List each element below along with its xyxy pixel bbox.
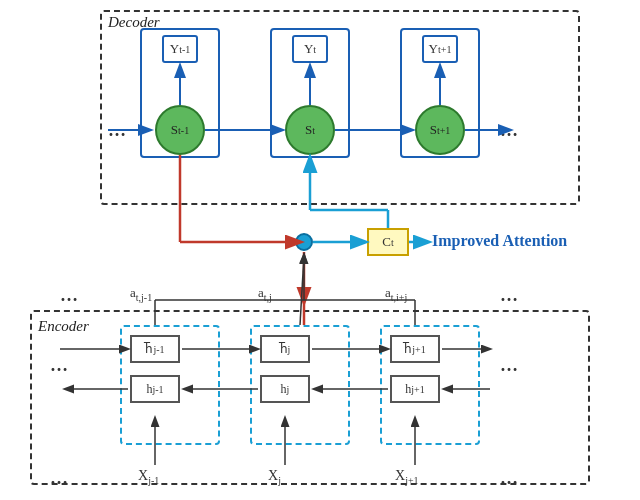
dots-encoder-left: …: [50, 355, 68, 376]
dots-x-left: …: [50, 468, 68, 489]
att-label-j: at,j: [258, 285, 272, 303]
h-backward-j-minus1: hj-1: [130, 375, 180, 403]
attention-dot: [295, 233, 313, 251]
ct-box: Ct: [367, 228, 409, 256]
h-forward-j-minus1: h̅j-1: [130, 335, 180, 363]
x-j-minus1-label: Xj-1: [138, 468, 159, 486]
improved-attention-label: Improved Attention: [432, 232, 567, 250]
att-label-j-plus1: at,i+j: [385, 285, 407, 303]
encoder-label: Encoder: [38, 318, 89, 335]
h-forward-j-plus1: h̅j+1: [390, 335, 440, 363]
x-j-label: Xj: [268, 468, 281, 486]
h-forward-j: h̅j: [260, 335, 310, 363]
s-t-minus1-circle: St-1: [155, 105, 205, 155]
att-label-j-minus1: at,j-1: [130, 285, 152, 303]
dots-att-left: …: [60, 285, 78, 306]
x-j-plus1-label: Xj+1: [395, 468, 419, 486]
h-backward-j-plus1: hj+1: [390, 375, 440, 403]
dots-att-right: …: [500, 285, 518, 306]
diagram-container: Decoder Encoder GRU GRU GRU Yt-1 Yt Yt+1…: [0, 0, 640, 500]
y-t-minus1-box: Yt-1: [162, 35, 198, 63]
dots-x-right: …: [500, 468, 518, 489]
dots-decoder-right: …: [500, 120, 518, 141]
y-t-box: Yt: [292, 35, 328, 63]
h-backward-j: hj: [260, 375, 310, 403]
s-t-plus1-circle: St+1: [415, 105, 465, 155]
dots-encoder-right: …: [500, 355, 518, 376]
y-t-plus1-box: Yt+1: [422, 35, 458, 63]
s-t-circle: St: [285, 105, 335, 155]
dots-decoder-left: …: [108, 120, 126, 141]
